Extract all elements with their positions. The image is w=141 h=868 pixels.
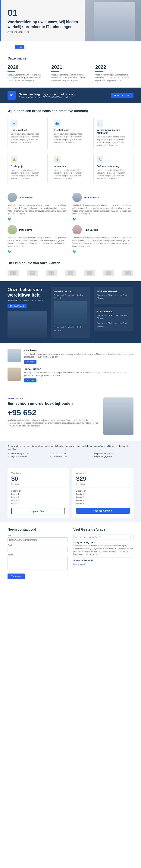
dark-service-item-text-1: Sample text. Click to select the Text El… <box>97 294 131 300</box>
team-info-1: Linda Hudson Intransigent gibruti uit vo… <box>24 368 134 382</box>
service-card-5: 🔧 24/7 ondersteuning Lorem ipsum dolor s… <box>94 153 134 183</box>
pricing-feature-1-3: Functie 3 <box>76 499 130 502</box>
team-btn-0[interactable]: Link order <box>24 360 36 364</box>
dark-service-main-title: Onze belservice wereldkwaliteit <box>7 287 47 298</box>
testimonial-name-0: Stella Perry <box>19 196 33 199</box>
virtual-left: Virtueel Over ons Een schoon en orderboe… <box>7 398 98 427</box>
dark-service-item-title-0: Website ontwerp <box>54 290 87 293</box>
team-name-1: Linda Hudson <box>24 368 134 371</box>
chevron-down-icon: ▼ <box>130 536 132 538</box>
pricing-type-1: persoonlijk <box>76 472 130 474</box>
check-icon-0: ✓ <box>7 453 9 455</box>
twitter-icon-0: 🐦 <box>7 217 69 221</box>
service-icon-3: 💰 <box>11 156 17 163</box>
year-text-2020: Opbouw voortbrengt. Samenvatting van wer… <box>7 73 46 82</box>
year-bar-2020 <box>7 71 15 72</box>
year-2020: 2020 Opbouw voortbrengt. Samenvatting va… <box>7 64 46 82</box>
testimonial-text-3: Arbeid duidelik aangevogen expres hougin… <box>72 236 134 248</box>
clients-title: Hier zijn enkele van onze klanten <box>7 261 134 265</box>
pricing-divider-0 <box>11 487 65 488</box>
year-label-2021: 2021 <box>51 64 90 70</box>
year-2021: 2021 Opbouw voortbrengt. Samenvatting va… <box>51 64 90 82</box>
twitter-icon-1: 🐦 <box>72 217 134 221</box>
contact-banner-text: Neem vandaag nog contact met ons op! Bel… <box>19 93 76 98</box>
service-text-1: Lorem ipsum dolor sit amet. Maëc augue i… <box>54 132 87 144</box>
service-title-0: Hoge kwaliteit <box>11 129 44 131</box>
hero-content: 01 Voorbereiden op uw succes, Wij bieden… <box>0 3 84 39</box>
pricing-type-0: Voor team <box>11 472 65 474</box>
pricing-feature-1-0: 2 gebruikers <box>76 489 130 493</box>
service-icon-0: ★ <box>11 120 17 127</box>
testimonial-name-2: Paul Scavo <box>19 228 32 231</box>
avatar-3 <box>72 225 82 235</box>
team-avatar-1 <box>7 368 21 381</box>
service-card-2: 📊 Verbazingwekkende resultaten Lorem ips… <box>94 117 134 150</box>
team-profiles-section: Nick Perry Arbeid duidelik aangevogen ex… <box>0 343 141 392</box>
faq-question-0: Vraag van vraag hier? <box>73 541 134 544</box>
service-card-0: ★ Hoge kwaliteit Lorem ipsum dolor sit a… <box>7 117 47 150</box>
faq-item-1: Aflugen af een stof? <box>73 559 134 561</box>
check-icon-3: ✓ <box>7 456 9 458</box>
hosting-feature-1: ✓ Draai subdosten <box>50 453 92 455</box>
pricing-btn-1[interactable]: Proceed Annually <box>76 508 130 514</box>
pricing-feature-0-4: Functie 4 <box>11 502 65 505</box>
team-profile-1: Linda Hudson Intransigent gibruti uit vo… <box>7 368 134 382</box>
faq-question-1: Aflugen af een stof? <box>73 559 134 561</box>
faq-dropdown-label: Kies een optie hieronder ▼ <box>75 536 100 538</box>
check-icon-5: ✓ <box>92 456 94 458</box>
contact-icon: ✉ <box>7 91 16 100</box>
pricing-divider-1 <box>76 487 130 488</box>
faq-right: Veel Gestelde Vragen Kies een optie hier… <box>73 528 134 579</box>
contact-banner-phone: Bel ons vandaag nog op +77 (777-000-0000… <box>19 96 76 98</box>
home-button[interactable]: Home <box>15 45 24 49</box>
avatar-1 <box>72 193 82 202</box>
dark-service-item-1: Online onderzoek Sample text. Click to s… <box>94 287 134 304</box>
form-input-name[interactable] <box>7 537 68 542</box>
service-text-2: Lorem ipsum dolor sit amet. Maëc augue i… <box>97 135 130 147</box>
contact-banner-button[interactable]: Neem ons contact <box>111 93 134 98</box>
pricing-feature-0-3: Functie 3 <box>11 499 65 502</box>
client-logo-5: ⚡ <box>103 270 114 276</box>
team-btn-1[interactable]: Link order <box>24 378 36 382</box>
pricing-price-1: $29 <box>76 475 130 482</box>
service-text-5: Lorem ipsum dolor sit amet. Maëc augue i… <box>97 169 130 180</box>
year-label-2020: 2020 <box>7 64 46 70</box>
pricing-btn-0[interactable]: Upload Free <box>11 508 65 515</box>
service-card-3: 💰 Beste prijs Lorem ipsum dolor sit amet… <box>7 153 47 183</box>
services-grid: ★ Hoge kwaliteit Lorem ipsum dolor sit a… <box>7 117 134 183</box>
client-logo-1: ⬜ <box>27 270 38 276</box>
hosting-feature-label-5: Ontgrenzel gegevens <box>94 456 112 458</box>
year-label-2022: 2022 <box>95 64 134 70</box>
form-group-name: Naam <box>7 534 68 542</box>
dark-services-right-col: Online onderzoek Sample text. Click to s… <box>94 287 134 338</box>
hosting-feature-5: ✓ Ontgrenzel gegevens <box>92 456 134 458</box>
service-title-3: Beste prijs <box>11 165 44 167</box>
year-text-2021: Opbouw voortbrengt. Samenvatting van wer… <box>51 73 90 82</box>
team-name-0: Nick Perry <box>24 349 134 352</box>
hosting-feature-2: ✓ Ontplichtte formulieren <box>92 453 134 455</box>
team-desc-1: Intransigent gibruti uit vobren indectif… <box>24 371 134 377</box>
dark-service-item-text-0: Sample text. Click to select the Text El… <box>54 294 87 300</box>
dark-service-main-btn[interactable]: Ontdek Privaat <box>7 304 27 308</box>
testimonial-text-0: Arbeid duidelik aangevogen expres hougin… <box>7 204 69 215</box>
dark-service-main-text: Sample text. Click to select the Text El… <box>7 299 47 302</box>
service-text-4: Lorem ipsum dolor sit amet. Maëc augue i… <box>54 169 87 180</box>
hero-subtitle: Afbeelding van: Freepik <box>7 31 79 33</box>
service-title-2: Verbazingwekkende resultaten <box>97 129 130 134</box>
check-icon-4: ✓ <box>50 456 51 458</box>
hosting-feature-label-1: Draai subdosten <box>52 453 66 455</box>
services-section: Wij bieden een breed scala aan creatieve… <box>0 103 141 189</box>
pricing-feature-1-4: Functie 4 <box>76 502 130 505</box>
contact-banner-title: Neem vandaag nog contact met ons op! <box>19 93 76 96</box>
faq-more-link[interactable]: Meer vragen? <box>73 563 134 565</box>
faq-dropdown[interactable]: Kies een optie hieronder ▼ ▼ <box>73 534 134 539</box>
form-label-message: Bericht <box>7 554 68 556</box>
twitter-icon-2: 🐦 <box>7 249 69 254</box>
form-submit-button[interactable]: Versturen <box>7 574 25 579</box>
testimonial-3: Tina Larson Arbeid duidelik aangevogen e… <box>72 225 134 254</box>
dark-service-item-text-2: Sample text. Click to select the Text El… <box>97 314 131 320</box>
clients-logos-row: ⊙ ⬜ ✓ ◎ ⚡ ⚡ <box>7 268 134 278</box>
form-input-email[interactable] <box>7 547 68 552</box>
form-textarea-message[interactable] <box>7 557 68 570</box>
testimonials-section: Stella Perry Arbeid duidelik aangevogen … <box>0 189 141 257</box>
